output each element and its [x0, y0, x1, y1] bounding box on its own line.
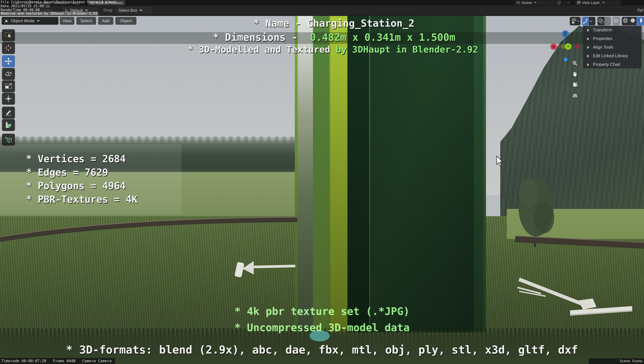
annotation-modelled: * 3D-Modelled and Textured by 3DHaupt in…	[166, 34, 478, 65]
tool-measure[interactable]	[2, 119, 15, 131]
modelled-green: by 3DHaupt in Blender-2.92	[336, 44, 478, 55]
n-panel-tab-align-tools[interactable]: Align Tools	[583, 43, 642, 52]
chevron-down-icon	[85, 10, 88, 11]
cursor-tool-icon	[5, 44, 12, 52]
move-icon	[5, 58, 12, 65]
annotation-formats: * 3D-formats: blend (2.9x), abc, dae, fb…	[66, 343, 578, 356]
n-panel-tab-property-chart[interactable]: Property Chart	[583, 60, 642, 69]
status-frame: Frame 0448	[53, 359, 76, 363]
stamp-date: Date 2021/05/15 21:00:11	[1, 4, 50, 8]
tool-annotate[interactable]	[2, 107, 15, 119]
blender-window: * Name - Charging_Station_2 * Dimensions…	[0, 0, 644, 364]
tool-cursor[interactable]	[2, 42, 15, 54]
scene-value: Scene	[522, 1, 532, 5]
view-layer-value: View Layer	[582, 1, 600, 5]
gizmo-z-neg[interactable]	[564, 58, 568, 62]
stat-polygons: * Polygons = 4964	[26, 180, 126, 192]
n-panel: Transform Properties Align Tools Edit Li…	[583, 26, 642, 68]
viewport-menu-add[interactable]: Add	[98, 17, 113, 25]
viewport-menu-view[interactable]: View	[60, 17, 74, 25]
chevron-down-icon	[534, 2, 537, 4]
gizmo-z-label: Z	[564, 32, 566, 36]
status-gap1	[46, 359, 53, 363]
viewport-menu-select[interactable]: Select	[76, 17, 96, 25]
options-clipped[interactable]: Opt	[637, 8, 643, 12]
transform-icon	[5, 95, 12, 102]
mode-dropdown[interactable]: Object Mode	[2, 17, 58, 25]
chevron-down-icon	[589, 17, 593, 25]
modelled-white: * 3D-Modelled and Textured	[188, 44, 336, 55]
meadow-right	[507, 209, 644, 239]
scale-icon	[5, 83, 12, 90]
xray-icon	[613, 18, 620, 25]
stat-pbr-textures: * PBR-Textures = 4K	[26, 194, 138, 205]
stamp-file: File C:\Users\Dennis Haupt\Desktop\Scree…	[1, 0, 116, 4]
view-layer-selector[interactable]: View Layer	[575, 1, 621, 5]
tool-add-cube[interactable]	[2, 134, 15, 146]
gizmo-y-label: Y	[567, 45, 569, 49]
gizmo-toggle[interactable]	[582, 17, 589, 25]
overlays-dropdown[interactable]	[604, 17, 611, 25]
gizmo-x-label: X	[552, 45, 555, 49]
n-panel-tab-edit-linked-library[interactable]: Edit Linked Library	[583, 52, 642, 60]
select-box-icon	[5, 32, 12, 39]
solid-sphere-icon	[630, 18, 636, 25]
grid-icon	[572, 93, 578, 98]
chevron-down-icon	[602, 2, 604, 4]
hand-icon	[572, 71, 578, 77]
stamp-rendertime: RenderTime 00:00.68	[1, 8, 40, 12]
pan-button[interactable]	[570, 70, 580, 79]
copy-icon	[558, 1, 561, 5]
drag-mode-dropdown[interactable]: Select Box	[116, 7, 152, 14]
navigation-gizmo[interactable]: Z X Y	[547, 28, 585, 65]
eye-cursor-icon	[570, 18, 580, 25]
annotation-texture-set: * 4k pbr texture set (.*JPG)	[234, 305, 410, 317]
shading-material-button[interactable]	[636, 17, 644, 25]
magnifier-icon	[572, 61, 578, 66]
unlink-scene-button[interactable]: ×	[565, 1, 572, 5]
tool-transform[interactable]	[2, 93, 15, 105]
stat-vertices: * Vertices = 2684	[26, 153, 126, 165]
material-preview-sphere-icon	[637, 18, 643, 25]
viewport-menu-object[interactable]: Object	[115, 17, 136, 25]
tool-rotate[interactable]	[2, 68, 15, 80]
view-layer-icon	[577, 1, 580, 5]
xray-toggle[interactable]	[613, 17, 620, 25]
tool-scale[interactable]	[2, 80, 15, 92]
shading-wireframe-button[interactable]	[622, 17, 629, 25]
zoom-button[interactable]	[570, 59, 580, 68]
scene-selector[interactable]: Scene	[514, 1, 556, 5]
status-bar-left: Timecode 00:00:07:28 Frame 0448 Camera C…	[0, 358, 115, 364]
chevron-down-icon	[37, 20, 40, 22]
visibility-dropdown[interactable]	[570, 17, 580, 25]
tool-select-box[interactable]	[2, 29, 15, 41]
camera-view-button[interactable]	[570, 80, 580, 89]
stat-edges: * Edges = 7629	[26, 167, 108, 178]
drag-label: Drag:	[104, 8, 113, 12]
rotate-icon	[5, 71, 12, 77]
shading-solid-button[interactable]	[629, 17, 636, 25]
wireframe-globe-icon	[622, 18, 628, 25]
object-mode-icon	[4, 19, 8, 23]
annotation-uncompressed: * Uncompressed 3D-model data	[234, 321, 410, 333]
measure-ruler-icon	[5, 121, 12, 129]
chevron-down-icon	[140, 10, 142, 11]
drag-mode-value: Select Box	[118, 8, 137, 13]
scene-icon	[516, 1, 520, 5]
stamp-note: Modeled and textured by 3DHaupt in Blend…	[0, 12, 98, 16]
mode-value: Object Mode	[11, 18, 34, 23]
perspective-toggle-button[interactable]	[570, 91, 580, 100]
n-panel-tab-properties[interactable]: Properties	[583, 34, 642, 43]
status-gap2	[76, 359, 82, 363]
annotate-pencil-icon	[5, 109, 12, 116]
gizmo-dropdown[interactable]	[589, 17, 596, 25]
tool-move[interactable]	[2, 55, 15, 67]
status-bar-right: Scene Scene	[589, 358, 644, 364]
camera-icon	[572, 82, 578, 88]
n-panel-tab-transform[interactable]: Transform	[583, 26, 642, 34]
n-panel-scrollbar[interactable]	[642, 26, 643, 68]
status-timecode: Timecode 00:00:07:28	[1, 359, 46, 363]
status-camera: Camera Camera	[82, 359, 112, 363]
gizmo-x-neg[interactable]	[575, 44, 579, 49]
overlays-toggle[interactable]	[598, 17, 604, 25]
